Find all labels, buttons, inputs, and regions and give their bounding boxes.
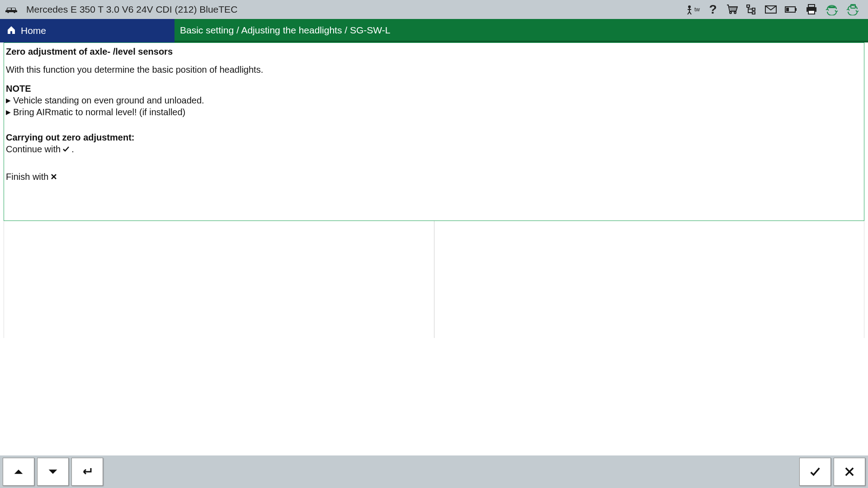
lower-left-pane xyxy=(4,221,434,338)
mail-icon[interactable] xyxy=(765,5,777,14)
svg-rect-2 xyxy=(747,5,750,7)
bottom-left-group xyxy=(3,458,103,486)
finish-line: Finish with xyxy=(6,171,862,183)
enter-button[interactable] xyxy=(71,458,103,486)
svg-rect-9 xyxy=(808,5,815,7)
svg-rect-7 xyxy=(795,8,797,11)
content-intro: With this function you determine the bas… xyxy=(6,64,862,75)
nav-bar: Home Basic setting / Adjusting the headl… xyxy=(0,19,868,42)
bottom-toolbar xyxy=(0,455,868,488)
topbar-left: Mercedes E 350 T 3.0 V6 24V CDI (212) Bl… xyxy=(5,4,237,15)
tree-icon[interactable] xyxy=(746,4,757,15)
cart-icon[interactable] xyxy=(726,4,738,15)
zero-heading: Carrying out zero adjustment: xyxy=(6,131,862,143)
breadcrumb-text: Basic setting / Adjusting the headlights… xyxy=(180,25,390,36)
print-icon[interactable] xyxy=(806,4,817,15)
lower-panel xyxy=(4,221,864,338)
sync-device-icon[interactable] xyxy=(846,4,859,15)
battery-icon[interactable] xyxy=(785,5,797,14)
svg-text:?: ? xyxy=(709,4,717,15)
home-icon xyxy=(6,25,16,37)
svg-rect-3 xyxy=(752,8,755,10)
user-icon[interactable]: tw xyxy=(685,5,700,14)
vehicle-title: Mercedes E 350 T 3.0 V6 24V CDI (212) Bl… xyxy=(26,4,237,15)
note-item: Bring AIRmatic to normal level! (if inst… xyxy=(6,106,862,118)
x-icon xyxy=(50,173,57,180)
home-label: Home xyxy=(21,25,46,36)
svg-point-0 xyxy=(688,5,691,8)
svg-rect-8 xyxy=(786,8,789,11)
top-toolbar: Mercedes E 350 T 3.0 V6 24V CDI (212) Bl… xyxy=(0,0,868,19)
home-tab[interactable]: Home xyxy=(0,19,175,42)
breadcrumb: Basic setting / Adjusting the headlights… xyxy=(175,19,868,42)
car-icon xyxy=(5,5,18,14)
note-item: Vehicle standing on even ground and unlo… xyxy=(6,94,862,106)
sync-car-icon[interactable] xyxy=(826,4,838,15)
note-heading: NOTE xyxy=(6,83,862,94)
help-icon[interactable]: ? xyxy=(708,4,718,15)
topbar-right: tw ? xyxy=(685,4,863,15)
content-panel: Zero adjustment of axle- /level sensors … xyxy=(4,42,864,221)
content-title: Zero adjustment of axle- /level sensors xyxy=(6,46,862,57)
bottom-right-group xyxy=(799,458,865,486)
cancel-button[interactable] xyxy=(834,458,865,486)
svg-rect-4 xyxy=(752,12,755,14)
check-icon xyxy=(62,145,70,153)
svg-rect-11 xyxy=(808,10,815,14)
user-label: tw xyxy=(694,6,700,13)
confirm-button[interactable] xyxy=(799,458,831,486)
up-button[interactable] xyxy=(3,458,34,486)
lower-right-pane xyxy=(434,221,864,338)
down-button[interactable] xyxy=(37,458,69,486)
continue-line: Continue with . xyxy=(6,143,862,155)
